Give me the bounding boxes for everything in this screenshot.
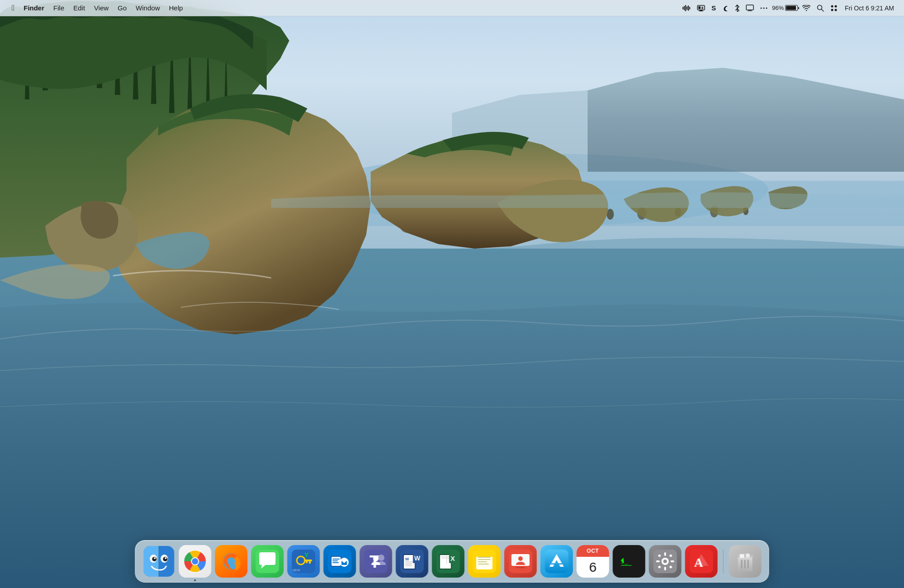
svg-point-39	[835, 9, 837, 11]
svg-rect-24	[699, 11, 703, 11]
dock-separator	[723, 550, 724, 573]
svg-point-47	[154, 557, 156, 559]
search-icon[interactable]	[815, 4, 826, 13]
svg-text:W: W	[405, 557, 410, 561]
calendar-icon-inner: OCT 6	[577, 545, 609, 578]
dock-terminal[interactable]: $_	[613, 545, 645, 578]
svg-rect-25	[698, 6, 701, 9]
svg-line-35	[822, 9, 824, 11]
battery-bar	[785, 5, 798, 11]
svg-rect-80	[405, 563, 414, 564]
dock-syspreferences[interactable]	[649, 545, 682, 578]
dock-trash[interactable]	[729, 545, 762, 578]
extra-dots-icon[interactable]	[758, 6, 769, 10]
wifi-icon[interactable]	[800, 4, 812, 12]
svg-point-73	[378, 555, 385, 561]
dock-excel[interactable]: X	[432, 545, 465, 578]
svg-point-33	[766, 7, 767, 9]
svg-text:W: W	[414, 555, 421, 562]
svg-text:Y: Y	[305, 551, 309, 559]
svg-rect-95	[478, 557, 491, 558]
svg-text:X: X	[451, 555, 455, 562]
dock-keypass[interactable]: Y NEW	[287, 545, 320, 578]
svg-rect-129	[748, 560, 749, 569]
svg-point-31	[761, 7, 762, 9]
svg-rect-27	[702, 8, 703, 9]
chrome-dot	[194, 579, 196, 581]
svg-rect-81	[405, 564, 412, 565]
svg-point-32	[763, 7, 765, 9]
svg-rect-82	[405, 565, 413, 566]
menubar:  Finder File Edit View Go Window Help	[0, 0, 904, 16]
dock-appstore[interactable]	[541, 545, 573, 578]
file-menu-item[interactable]: File	[49, 2, 69, 14]
dock-acrobat[interactable]: A	[685, 545, 718, 578]
svg-rect-59	[304, 560, 312, 561]
svg-point-53	[192, 558, 198, 564]
dock-rdp[interactable]	[504, 545, 537, 578]
svg-rect-20	[688, 5, 689, 11]
wallpaper-svg	[0, 0, 904, 588]
dock-teams[interactable]: T	[360, 545, 392, 578]
svg-point-114	[664, 560, 667, 563]
dock: Y NEW	[135, 540, 769, 583]
go-menu-item[interactable]: Go	[113, 2, 131, 14]
calendar-month: OCT	[577, 545, 609, 557]
svg-rect-68	[333, 560, 338, 561]
dock-finder[interactable]	[143, 545, 175, 578]
svg-rect-115	[664, 552, 666, 556]
svg-rect-89	[442, 558, 450, 559]
finder-menu-item[interactable]: Finder	[19, 2, 49, 14]
help-menu-item[interactable]: Help	[165, 2, 188, 14]
display-icon[interactable]	[744, 4, 756, 13]
menubar-left:  Finder File Edit View Go Window Help	[7, 2, 681, 14]
svg-rect-30	[748, 10, 752, 11]
dock-firefox[interactable]	[215, 545, 248, 578]
edit-menu-item[interactable]: Edit	[69, 2, 89, 14]
svg-rect-108	[551, 563, 562, 564]
svg-rect-106	[516, 567, 525, 568]
svg-rect-16	[683, 7, 683, 9]
battery-indicator[interactable]: 96%	[772, 5, 798, 11]
svg-rect-118	[671, 560, 674, 562]
svg-rect-133	[746, 553, 750, 557]
bluetooth-icon[interactable]	[733, 4, 741, 13]
skype-icon[interactable]: S	[710, 3, 718, 13]
svg-rect-97	[478, 561, 487, 562]
svg-rect-100	[476, 555, 493, 557]
dock-word[interactable]: W W	[396, 545, 428, 578]
svg-rect-117	[656, 560, 660, 562]
svg-rect-132	[740, 554, 744, 558]
svg-rect-98	[478, 564, 489, 564]
dock-notes[interactable]	[468, 545, 501, 578]
waveform-icon[interactable]	[681, 4, 692, 12]
dock-container: Y NEW	[135, 540, 769, 583]
svg-rect-21	[689, 7, 690, 9]
calendar-date: 6	[577, 557, 609, 578]
svg-rect-105	[518, 566, 523, 567]
svg-rect-19	[687, 6, 687, 10]
dock-outlook[interactable]	[324, 545, 356, 578]
window-menu-item[interactable]: Window	[131, 2, 164, 14]
moon-icon[interactable]	[720, 4, 730, 12]
dock-calendar[interactable]: OCT 6	[577, 545, 609, 578]
svg-point-104	[518, 556, 523, 561]
svg-rect-28	[746, 5, 753, 10]
svg-point-55	[227, 557, 235, 565]
dock-chrome[interactable]	[179, 545, 212, 578]
svg-rect-18	[685, 5, 686, 11]
svg-point-37	[835, 5, 837, 7]
svg-rect-90	[447, 556, 447, 564]
screentime-icon[interactable]	[695, 4, 707, 12]
datetime-display[interactable]: Fri Oct 6 9:21 AM	[842, 4, 897, 13]
dock-messages[interactable]	[251, 545, 284, 578]
view-menu-item[interactable]: View	[89, 2, 113, 14]
svg-rect-61	[306, 561, 308, 563]
svg-rect-88	[442, 556, 450, 557]
svg-rect-128	[744, 560, 746, 569]
apple-menu[interactable]: 	[7, 2, 19, 14]
svg-point-48	[165, 557, 167, 559]
svg-rect-29	[749, 10, 751, 11]
menubar-right: S	[681, 3, 897, 13]
controlcenter-icon[interactable]	[829, 4, 839, 13]
